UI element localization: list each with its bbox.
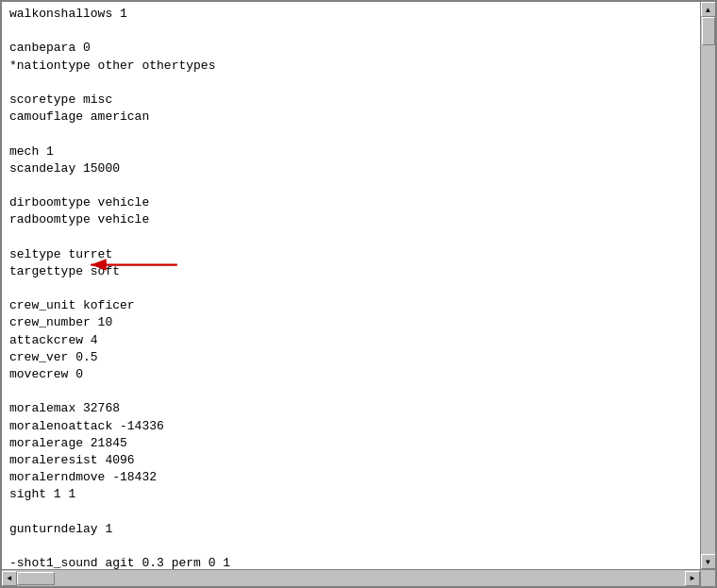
- horizontal-scrollbar-bar: ◄ ►: [2, 569, 715, 586]
- scroll-up-icon: ▲: [706, 6, 710, 14]
- scroll-right-icon: ►: [691, 574, 695, 582]
- scroll-track-v[interactable]: [701, 17, 715, 554]
- scroll-thumb-h[interactable]: [17, 572, 55, 585]
- main-window: walkonshallows 1 canbepara 0 *nationtype…: [0, 0, 717, 588]
- scroll-down-button[interactable]: ▼: [701, 554, 716, 569]
- scroll-thumb-v[interactable]: [702, 17, 715, 45]
- scroll-down-icon: ▼: [706, 558, 710, 566]
- scroll-up-button[interactable]: ▲: [701, 2, 716, 17]
- scroll-left-button[interactable]: ◄: [2, 571, 17, 586]
- scrollbar-corner: [700, 571, 715, 586]
- vertical-scrollbar: ▲ ▼: [700, 2, 715, 569]
- scroll-track-h[interactable]: [17, 571, 685, 586]
- scroll-left-icon: ◄: [8, 574, 12, 582]
- content-area: walkonshallows 1 canbepara 0 *nationtype…: [2, 2, 715, 569]
- scroll-right-button[interactable]: ►: [685, 571, 700, 586]
- text-editor[interactable]: walkonshallows 1 canbepara 0 *nationtype…: [2, 2, 700, 569]
